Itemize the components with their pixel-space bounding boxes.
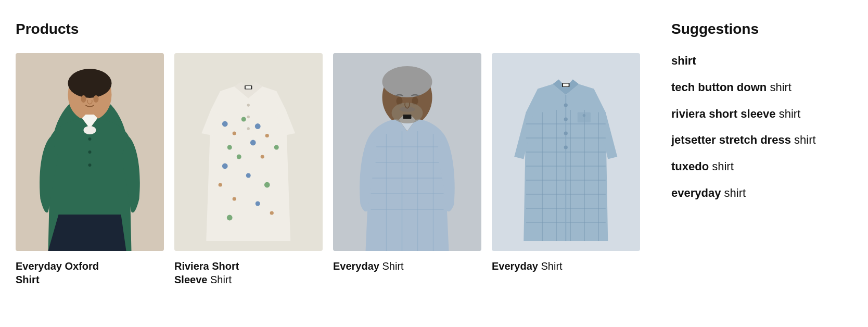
- svg-point-54: [392, 103, 423, 123]
- suggestion-item-2[interactable]: riviera short sleeve shirt: [671, 106, 852, 122]
- svg-point-28: [233, 197, 236, 200]
- suggestion-item-5[interactable]: everyday shirt: [671, 185, 852, 202]
- suggestion-bold-5: everyday: [671, 186, 721, 199]
- svg-point-15: [233, 131, 236, 135]
- product-name-everyday2: Everyday Shirt: [492, 259, 640, 273]
- svg-point-22: [237, 155, 241, 159]
- suggestion-item-0[interactable]: shirt: [671, 53, 852, 69]
- everyday2-shirt-image: [499, 63, 633, 241]
- svg-point-27: [264, 182, 270, 188]
- svg-point-3: [68, 69, 112, 98]
- product-name-line1-riviera: Riviera Short: [174, 259, 323, 273]
- svg-point-7: [88, 150, 92, 154]
- svg-point-30: [227, 215, 233, 221]
- svg-point-10: [81, 95, 86, 103]
- svg-point-21: [261, 155, 264, 158]
- everyday1-shirt-image: [333, 53, 481, 251]
- svg-point-18: [265, 134, 269, 137]
- suggestion-list: shirt tech button down shirt riviera sho…: [671, 53, 852, 202]
- product-name-bold-everyday1: Everyday Shirt: [333, 260, 404, 272]
- svg-point-74: [564, 117, 568, 121]
- svg-point-8: [88, 164, 92, 167]
- suggestion-item-3[interactable]: jetsetter stretch dress shirt: [671, 132, 852, 148]
- product-image-everyday2: [492, 53, 640, 251]
- svg-point-75: [564, 131, 568, 135]
- svg-point-76: [564, 145, 568, 149]
- product-name-bold: Everyday Oxford: [16, 260, 99, 272]
- svg-point-17: [255, 123, 261, 129]
- suggestions-section: Suggestions shirt tech button down shirt…: [640, 21, 852, 286]
- suggestion-bold-3: jetsetter stretch dress: [671, 133, 791, 146]
- svg-rect-78: [563, 84, 569, 86]
- products-title: Products: [16, 21, 640, 37]
- svg-point-24: [274, 145, 279, 150]
- svg-point-80: [583, 114, 585, 117]
- products-grid: Everyday Oxford Shirt: [16, 53, 640, 286]
- product-card-everyday-oxford[interactable]: Everyday Oxford Shirt: [16, 53, 164, 286]
- suggestion-normal-5: shirt: [721, 186, 746, 199]
- suggestion-normal-4: shirt: [709, 160, 734, 173]
- product-name-line1: Everyday Oxford: [16, 259, 164, 273]
- svg-rect-79: [578, 112, 591, 123]
- svg-point-16: [241, 117, 246, 122]
- svg-point-11: [94, 95, 99, 103]
- svg-point-33: [247, 116, 250, 118]
- svg-rect-36: [246, 86, 251, 89]
- product-name-bold-everyday2: Everyday Shirt: [492, 260, 563, 272]
- svg-point-20: [250, 140, 256, 146]
- suggestion-bold-0: shirt: [671, 54, 696, 67]
- suggestion-bold-4: tuxedo: [671, 160, 709, 173]
- svg-point-40: [382, 66, 432, 97]
- product-subtitle-riviera: Sleeve Shirt: [174, 274, 232, 285]
- suggestion-bold-1: tech button down: [671, 81, 767, 94]
- product-card-everyday1[interactable]: Everyday Shirt: [333, 53, 481, 286]
- svg-point-73: [564, 103, 568, 107]
- svg-point-31: [270, 211, 274, 215]
- suggestion-item-4[interactable]: tuxedo shirt: [671, 159, 852, 175]
- svg-point-29: [256, 202, 260, 206]
- product-name-everyday1: Everyday Shirt: [333, 259, 481, 273]
- svg-point-9: [84, 126, 96, 134]
- svg-point-6: [88, 137, 92, 141]
- suggestions-title: Suggestions: [671, 21, 852, 37]
- svg-point-25: [219, 183, 222, 186]
- product-card-everyday2[interactable]: Everyday Shirt: [492, 53, 640, 286]
- product-subtitle-bold: Shirt: [16, 274, 40, 285]
- suggestion-bold-2: riviera short sleeve: [671, 107, 776, 120]
- products-section: Products: [16, 21, 640, 286]
- svg-point-34: [247, 127, 250, 130]
- product-name-line2: Shirt: [16, 273, 164, 286]
- suggestion-item-1[interactable]: tech button down shirt: [671, 80, 852, 96]
- svg-point-32: [247, 104, 250, 106]
- svg-point-26: [246, 173, 251, 178]
- oxford-shirt-image: [16, 53, 164, 251]
- product-card-riviera[interactable]: Riviera Short Sleeve Shirt: [174, 53, 323, 286]
- svg-point-14: [222, 121, 228, 127]
- svg-point-23: [222, 164, 228, 169]
- suggestion-normal-3: shirt: [791, 133, 816, 146]
- product-name-bold-riviera: Riviera Short: [174, 260, 239, 272]
- suggestion-normal-1: shirt: [767, 81, 792, 94]
- suggestion-normal-2: shirt: [776, 107, 801, 120]
- product-image-everyday1: [333, 53, 481, 251]
- svg-rect-56: [403, 115, 412, 119]
- svg-point-19: [227, 145, 232, 150]
- product-name-line2-riviera: Sleeve Shirt: [174, 273, 323, 286]
- svg-point-55: [400, 107, 415, 112]
- riviera-shirt-image: [182, 63, 315, 241]
- product-image-everyday-oxford: [16, 53, 164, 251]
- product-image-riviera: [174, 53, 323, 251]
